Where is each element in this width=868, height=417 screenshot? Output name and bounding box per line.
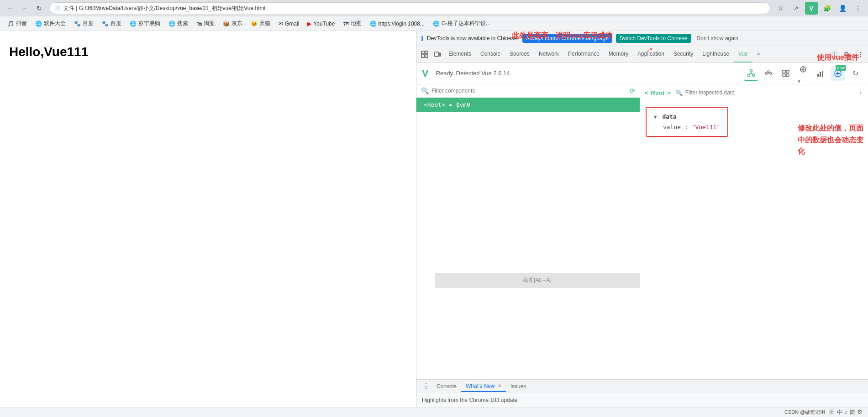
svg-rect-23 xyxy=(820,72,821,77)
router-btn-wrap: ▼ xyxy=(796,63,810,85)
tab-memory[interactable]: Memory xyxy=(604,46,633,63)
share-button[interactable]: ↗ xyxy=(789,2,802,15)
badge-count: 1 xyxy=(831,51,839,58)
data-panel-chevron[interactable]: › xyxy=(857,87,863,98)
tab-sources[interactable]: Sources xyxy=(505,46,534,63)
bookmark-baidu2[interactable]: 🐾 百度 xyxy=(98,18,125,29)
match-language-button[interactable]: Always match Chrome's language xyxy=(522,34,612,43)
address-bar[interactable]: 📄 文件 | G:/360MoveData/Users/静小文/Desktop/… xyxy=(49,2,770,14)
data-key: ▼ data xyxy=(654,113,720,120)
software-icon: 🌐 xyxy=(35,21,42,27)
bookmark-gmail[interactable]: ✉ Gmail xyxy=(275,18,303,29)
vue-toolbar-icons: ▼ new ↻ xyxy=(744,63,863,85)
devtools-tabs: Elements Console Sources Network Perform… xyxy=(416,46,868,63)
data-filter-input[interactable] xyxy=(685,89,855,96)
component-filter-input[interactable] xyxy=(431,88,627,94)
bookmark-taobao[interactable]: 🛍 淘宝 xyxy=(193,18,218,29)
dont-show-button[interactable]: Don't show again xyxy=(695,34,741,43)
main-area: Hello,Vue111 ℹ DevTools is now available… xyxy=(0,31,868,407)
ime-item-4[interactable]: 简 xyxy=(849,408,855,417)
tab-inspect[interactable] xyxy=(418,46,431,63)
kebab-menu-btn[interactable]: ⋮ xyxy=(854,48,866,60)
tab-vue-label: Vue xyxy=(738,51,748,57)
tab-network[interactable]: Network xyxy=(534,46,563,63)
bookmark-baidu1[interactable]: 🐾 百度 xyxy=(70,18,97,29)
vue-toolbar: V Ready. Detected Vue 2.6.14. xyxy=(416,63,868,84)
tab-console[interactable]: Console xyxy=(476,46,505,63)
jd-icon: 📦 xyxy=(223,21,230,27)
title-bar: ← → ↻ 📄 文件 | G:/360MoveData/Users/静小文/De… xyxy=(0,0,868,16)
vuex-btn[interactable] xyxy=(779,66,793,81)
data-box: ▼ data value : "Vue111" xyxy=(646,107,728,137)
ime-item-5[interactable]: ⚙ xyxy=(857,408,863,417)
bottom-tab-console[interactable]: Console xyxy=(432,381,461,391)
bookmark-label: 京东 xyxy=(231,20,242,27)
bottom-content-text: Highlights from the Chrome 103 update xyxy=(422,397,517,403)
search-bookmark-icon: 🌐 xyxy=(168,21,175,27)
filter-refresh-icon[interactable]: ⟳ xyxy=(630,87,635,94)
bookmark-douyin[interactable]: 🎵 抖音 xyxy=(4,18,31,29)
bookmark-gezi[interactable]: 🌐 G·格子达本科毕设... xyxy=(429,18,494,29)
bottom-tab-whatsnew[interactable]: What's New ✕ xyxy=(461,381,506,392)
forward-button[interactable]: → xyxy=(18,2,31,15)
profile-button[interactable]: 👤 xyxy=(836,2,849,15)
devtools-tab-icons: 1 ⚙ ⋮ xyxy=(831,48,866,60)
bookmark-label: 天猫 xyxy=(259,20,270,27)
ime-item-2[interactable]: 中 xyxy=(837,408,843,417)
bookmark-button[interactable]: ☆ xyxy=(774,2,787,15)
bookmark-jd[interactable]: 📦 京东 xyxy=(219,18,246,29)
tab-security[interactable]: Security xyxy=(669,46,698,63)
tab-device[interactable] xyxy=(431,46,444,63)
devtools-bottom-tabs: ⋮ Console What's New ✕ Issues xyxy=(416,380,868,393)
back-button[interactable]: ← xyxy=(4,2,16,15)
bookmark-suning[interactable]: 🌐 苏宁易购 xyxy=(126,18,164,29)
vue-main-content: 🔍 ⟳ <Root> = $vm0 截图[Alt - A] xyxy=(416,84,868,379)
component-tree-btn[interactable] xyxy=(744,66,758,81)
tab-lighthouse[interactable]: Lighthouse xyxy=(698,46,734,63)
switch-chinese-button[interactable]: Switch DevTools to Chinese xyxy=(616,34,691,43)
bottom-tab-close-btn[interactable]: ✕ xyxy=(498,383,501,388)
tab-elements[interactable]: Elements xyxy=(444,46,476,63)
tab-console-label: Console xyxy=(480,51,500,57)
ime-item-1[interactable]: 田 xyxy=(829,408,835,417)
bookmark-youtube[interactable]: ▶ YouTube xyxy=(304,18,338,29)
ime-item-3[interactable]: ♪ xyxy=(845,408,848,417)
bookmark-tmall[interactable]: 🐱 天猫 xyxy=(247,18,274,29)
data-arrow-icon: ▼ xyxy=(654,114,657,120)
tab-elements-label: Elements xyxy=(448,51,471,57)
svg-line-10 xyxy=(749,73,751,74)
tab-vue[interactable]: Vue xyxy=(734,46,752,63)
extensions-button[interactable]: 🧩 xyxy=(821,2,833,15)
bookmark-label: YouTube xyxy=(313,21,335,27)
tab-more[interactable]: » xyxy=(752,46,765,63)
youtube-icon: ▶ xyxy=(307,21,311,27)
vue-extension-badge[interactable]: V xyxy=(805,2,818,15)
reload-button[interactable]: ↻ xyxy=(33,2,46,15)
bookmark-software[interactable]: 🌐 软件大全 xyxy=(32,18,69,29)
component-root-item[interactable]: <Root> = $vm0 xyxy=(416,98,640,112)
devtools-notice-text: DevTools is now available in Chinese! xyxy=(427,35,519,42)
ime-toolbar: 田 中 ♪ 简 ⚙ xyxy=(829,408,863,417)
bookmark-label: 地图 xyxy=(351,20,362,27)
timeline-btn[interactable] xyxy=(761,66,776,81)
bottom-tab-whatsnew-label: What's New xyxy=(466,383,495,389)
bottom-tab-issues[interactable]: Issues xyxy=(506,381,531,391)
bookmark-maps[interactable]: 🗺 地图 xyxy=(340,18,365,29)
tab-performance[interactable]: Performance xyxy=(563,46,604,63)
bookmark-search[interactable]: 🌐 搜索 xyxy=(165,18,192,29)
svg-rect-0 xyxy=(421,51,424,54)
refresh-btn[interactable]: ↻ xyxy=(848,66,863,81)
svg-point-14 xyxy=(770,73,772,74)
settings-icon-btn[interactable]: ⚙ xyxy=(841,48,852,60)
bookmark-label: 百度 xyxy=(83,20,94,27)
data-value-label: value xyxy=(663,124,681,130)
bottom-tab-menu-btn[interactable]: ⋮ xyxy=(420,381,432,392)
data-value: "Vue111" xyxy=(692,124,721,130)
router-btn[interactable] xyxy=(796,63,810,77)
menu-button[interactable]: ⋮ xyxy=(852,2,864,15)
taobao-icon: 🛍 xyxy=(196,21,202,27)
login-icon: 🌐 xyxy=(370,21,377,27)
performance-chart-btn[interactable] xyxy=(813,66,828,81)
bookmark-login[interactable]: 🌐 https://login.1008... xyxy=(366,18,428,29)
data-value-row: value : "Vue111" xyxy=(654,124,720,130)
